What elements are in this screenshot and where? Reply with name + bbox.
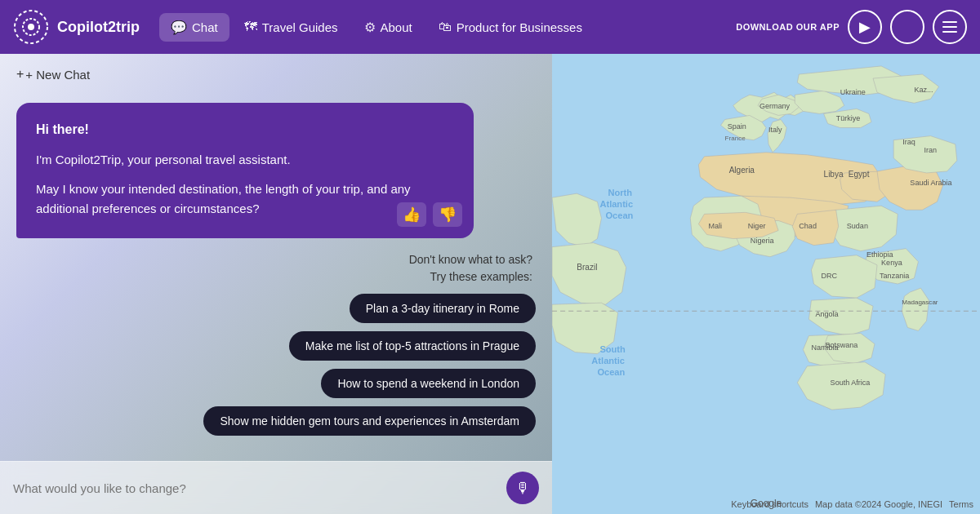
svg-text:Mali: Mali xyxy=(708,222,722,230)
chat-messages-area: Hi there! I'm Copilot2Trip, your persona… xyxy=(0,95,552,461)
ai-bubble: Hi there! I'm Copilot2Trip, your persona… xyxy=(16,103,474,238)
svg-text:Spain: Spain xyxy=(728,122,746,131)
map-attribution: Keyboard shortcuts Map data ©2024 Google… xyxy=(731,499,973,509)
svg-text:Chad: Chad xyxy=(799,222,817,230)
suggestions-header: Don't know what to ask?Try these example… xyxy=(409,251,532,286)
svg-text:Ethiopia: Ethiopia xyxy=(866,250,894,259)
new-chat-label: + New Chat xyxy=(25,68,90,82)
svg-text:Namibia: Namibia xyxy=(811,343,839,352)
hamburger-menu-button[interactable] xyxy=(933,10,967,44)
chat-input-bar: 🎙 xyxy=(0,461,552,514)
apple-store-button[interactable] xyxy=(890,10,924,44)
logo-text: Copilot2trip xyxy=(57,19,140,36)
nav-about[interactable]: ⚙ About xyxy=(353,13,424,42)
thumbsup-icon: 👍 xyxy=(403,206,421,224)
svg-text:Algeria: Algeria xyxy=(729,166,755,175)
nav-product-label: Product for Businesses xyxy=(457,20,582,34)
svg-point-2 xyxy=(28,24,34,30)
bubble-inline-actions: 👍 👎 xyxy=(397,202,462,227)
travel-guides-icon: 🗺 xyxy=(244,20,257,34)
map-panel[interactable]: Germany Ukraine Spain Italy Türkiye Kaz.… xyxy=(552,54,980,514)
svg-text:Brazil: Brazil xyxy=(577,263,597,272)
chat-icon: 💬 xyxy=(171,20,187,35)
google-play-button[interactable]: ▶ xyxy=(848,10,882,44)
chat-input[interactable] xyxy=(13,481,498,495)
nav-travel-guides-label: Travel Guides xyxy=(262,20,338,34)
svg-text:DRC: DRC xyxy=(822,272,838,280)
suggestion-amsterdam[interactable]: Show me hidden gem tours and experiences… xyxy=(203,406,536,436)
nav-chat-label: Chat xyxy=(192,20,218,34)
map-terms[interactable]: Terms xyxy=(949,499,973,509)
svg-text:Iraq: Iraq xyxy=(902,138,915,146)
svg-text:Niger: Niger xyxy=(748,222,766,230)
suggestion-london[interactable]: How to spend a weekend in London xyxy=(321,369,536,398)
svg-text:Madagascar: Madagascar xyxy=(902,299,938,306)
svg-text:France: France xyxy=(725,135,746,142)
nav-about-label: About xyxy=(381,20,412,34)
nav-product-businesses[interactable]: 🛍 Product for Businesses xyxy=(427,13,594,41)
svg-text:South Africa: South Africa xyxy=(831,379,871,387)
nav-travel-guides[interactable]: 🗺 Travel Guides xyxy=(233,13,350,41)
google-play-icon: ▶ xyxy=(859,18,871,36)
main-content: + + New Chat Hi there! I'm Copilot2Trip,… xyxy=(0,54,980,514)
nav-chat[interactable]: 💬 Chat xyxy=(159,13,229,42)
svg-text:Saudi Arabia: Saudi Arabia xyxy=(910,179,952,187)
product-icon: 🛍 xyxy=(439,20,452,34)
svg-text:Ocean: Ocean xyxy=(606,210,634,220)
chat-panel: + + New Chat Hi there! I'm Copilot2Trip,… xyxy=(0,54,552,514)
thumbsup-button[interactable]: 👍 xyxy=(397,202,426,227)
svg-text:Libya: Libya xyxy=(824,170,844,179)
svg-text:Angola: Angola xyxy=(815,310,839,318)
suggestion-rome[interactable]: Plan a 3-day itinerary in Rome xyxy=(350,294,536,323)
map-canvas: Germany Ukraine Spain Italy Türkiye Kaz.… xyxy=(552,54,980,514)
world-map-svg: Germany Ukraine Spain Italy Türkiye Kaz.… xyxy=(552,54,980,514)
suggestions-area: Don't know what to ask?Try these example… xyxy=(16,251,536,436)
logo-icon xyxy=(13,9,49,45)
microphone-button[interactable]: 🎙 xyxy=(506,472,539,504)
thumbsdown-button[interactable]: 👎 xyxy=(433,202,462,227)
svg-text:Atlantic: Atlantic xyxy=(591,356,625,366)
ai-question: May I know your intended destination, th… xyxy=(36,179,454,219)
svg-text:Egypt: Egypt xyxy=(849,170,870,179)
plus-icon: + xyxy=(16,67,24,82)
main-nav: 💬 Chat 🗺 Travel Guides ⚙ About 🛍 Product… xyxy=(159,13,729,42)
map-data-label: Map data ©2024 Google, INEGI xyxy=(815,499,942,509)
svg-text:South: South xyxy=(599,344,626,354)
hamburger-icon xyxy=(942,21,957,33)
suggestions-header-text: Don't know what to ask?Try these example… xyxy=(409,253,532,283)
download-app-label: DOWNLOAD OUR APP xyxy=(736,21,840,33)
svg-text:Germany: Germany xyxy=(760,102,791,110)
svg-text:Sudan: Sudan xyxy=(847,222,868,230)
header: Copilot2trip 💬 Chat 🗺 Travel Guides ⚙ Ab… xyxy=(0,0,980,54)
svg-text:Ukraine: Ukraine xyxy=(840,88,866,96)
logo-area[interactable]: Copilot2trip xyxy=(13,9,140,45)
about-icon: ⚙ xyxy=(364,20,376,35)
ai-intro: I'm Copilot2Trip, your personal travel a… xyxy=(36,150,454,170)
svg-text:Atlantic: Atlantic xyxy=(599,199,633,209)
svg-text:Iran: Iran xyxy=(924,146,937,154)
svg-text:Nigeria: Nigeria xyxy=(751,237,775,245)
svg-text:Ocean: Ocean xyxy=(597,367,625,377)
svg-text:Italy: Italy xyxy=(768,126,782,134)
suggestion-prague[interactable]: Make me list of top-5 attractions in Pra… xyxy=(289,331,536,361)
map-keyboard-shortcuts[interactable]: Keyboard shortcuts xyxy=(731,499,808,509)
new-chat-button[interactable]: + + New Chat xyxy=(0,54,552,95)
svg-text:Kenya: Kenya xyxy=(881,259,903,267)
svg-text:Tanzania: Tanzania xyxy=(880,272,910,280)
svg-text:Kaz...: Kaz... xyxy=(914,86,933,94)
ai-greeting: Hi there! xyxy=(36,119,454,140)
svg-text:North: North xyxy=(608,188,633,197)
svg-text:Türkiye: Türkiye xyxy=(836,114,861,122)
mic-icon: 🎙 xyxy=(515,480,530,497)
ai-message: Hi there! I'm Copilot2Trip, your persona… xyxy=(16,103,536,238)
header-right: DOWNLOAD OUR APP ▶ xyxy=(736,10,967,44)
thumbsdown-icon: 👎 xyxy=(439,206,457,224)
